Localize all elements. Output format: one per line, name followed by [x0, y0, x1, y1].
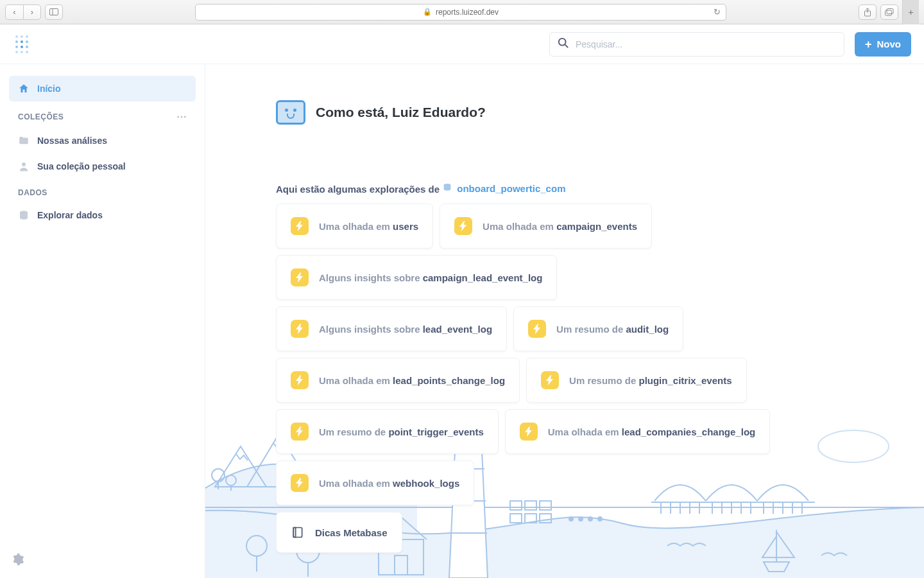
- exploration-card[interactable]: Uma olhada em lead_points_change_log: [276, 358, 520, 403]
- browser-sidebar-button[interactable]: [45, 4, 63, 20]
- browser-url-bar[interactable]: 🔒 reports.luizeof.dev ↻: [195, 4, 726, 21]
- exploration-card[interactable]: Uma olhada em lead_companies_change_log: [505, 409, 770, 454]
- card-label: Uma olhada em campaign_events: [483, 221, 637, 232]
- bolt-icon: [520, 423, 538, 441]
- svg-rect-3: [886, 10, 892, 15]
- card-label: Alguns insights sobre campaign_lead_even…: [319, 272, 542, 283]
- svg-point-5: [15, 35, 18, 38]
- card-prefix: Uma olhada em: [319, 375, 393, 386]
- browser-url-text: reports.luizeof.dev: [436, 8, 499, 17]
- bolt-icon: [291, 217, 309, 235]
- sidebar: Início COLEÇÕES ⋯ Nossas análises Sua co…: [0, 64, 205, 578]
- card-prefix: Uma olhada em: [319, 478, 393, 489]
- sidebar-section-collections: COLEÇÕES ⋯: [9, 101, 196, 128]
- exploration-card[interactable]: Um resumo de audit_log: [513, 306, 683, 351]
- new-button-label: Novo: [877, 39, 902, 49]
- card-label: Um resumo de point_trigger_events: [319, 426, 484, 437]
- reference-icon: [291, 525, 305, 539]
- card-label: Uma olhada em webhook_logs: [319, 478, 459, 489]
- exploration-card[interactable]: Uma olhada em users: [276, 204, 433, 249]
- sidebar-section-label: COLEÇÕES: [18, 112, 64, 121]
- bolt-icon: [291, 423, 309, 441]
- folder-icon: [18, 135, 30, 146]
- card-prefix: Um resumo de: [556, 324, 626, 335]
- browser-share-button[interactable]: [859, 4, 877, 20]
- card-prefix: Uma olhada em: [319, 221, 393, 232]
- svg-line-18: [565, 45, 569, 48]
- exploration-card[interactable]: Um resumo de plugin_citrix_events: [526, 358, 746, 403]
- explore-database-link[interactable]: onboard_powertic_com: [442, 182, 565, 195]
- svg-point-16: [26, 51, 28, 53]
- svg-point-9: [21, 40, 23, 43]
- svg-point-12: [21, 46, 23, 48]
- svg-point-14: [15, 51, 18, 53]
- card-label: Um resumo de plugin_citrix_events: [569, 375, 732, 386]
- svg-point-11: [15, 46, 18, 48]
- metabase-logo[interactable]: [13, 35, 31, 53]
- card-subject: campaign_events: [556, 221, 637, 232]
- svg-point-7: [26, 35, 28, 38]
- bolt-icon: [454, 217, 472, 235]
- sidebar-item-label: Nossas análises: [37, 136, 107, 146]
- svg-point-19: [22, 162, 26, 166]
- browser-new-tab-button[interactable]: +: [902, 0, 919, 24]
- person-icon: [18, 161, 30, 172]
- sidebar-section-label: DADOS: [18, 188, 47, 197]
- browser-back-button[interactable]: ‹: [5, 4, 23, 20]
- browser-forward-button[interactable]: ›: [23, 4, 41, 20]
- database-icon: [442, 182, 452, 195]
- database-name: onboard_powertic_com: [457, 183, 565, 194]
- exploration-card[interactable]: Um resumo de point_trigger_events: [276, 409, 499, 454]
- svg-rect-0: [50, 9, 58, 15]
- search-box[interactable]: [549, 32, 844, 57]
- reload-icon[interactable]: ↻: [714, 7, 721, 17]
- browser-toolbar: ‹ › 🔒 reports.luizeof.dev ↻ +: [0, 0, 924, 24]
- collections-menu-icon[interactable]: ⋯: [176, 110, 187, 123]
- sidebar-item-explore-data[interactable]: Explorar dados: [9, 202, 196, 228]
- sidebar-item-personal[interactable]: Sua coleção pessoal: [9, 153, 196, 179]
- svg-rect-4: [887, 8, 893, 13]
- sidebar-item-label: Sua coleção pessoal: [37, 161, 126, 171]
- svg-rect-30: [395, 556, 407, 575]
- svg-rect-65: [293, 528, 295, 538]
- card-subject: users: [393, 221, 418, 232]
- card-subject: lead_event_log: [423, 324, 492, 335]
- search-input[interactable]: [576, 39, 836, 49]
- sidebar-item-label: Explorar dados: [37, 210, 103, 220]
- browser-tabs-button[interactable]: [880, 4, 898, 20]
- sidebar-item-our-analytics[interactable]: Nossas análises: [9, 128, 196, 153]
- svg-point-17: [559, 39, 566, 46]
- explore-heading: Aqui estão algumas explorações de onboar…: [276, 182, 924, 195]
- exploration-card[interactable]: Alguns insights sobre campaign_lead_even…: [276, 255, 557, 300]
- svg-point-8: [15, 40, 18, 43]
- bolt-icon: [291, 320, 309, 338]
- card-subject: plugin_citrix_events: [638, 375, 732, 386]
- plus-icon: +: [865, 39, 872, 50]
- lock-icon: 🔒: [423, 8, 432, 16]
- new-button[interactable]: + Novo: [855, 32, 911, 57]
- sidebar-section-data: DADOS: [9, 179, 196, 202]
- explore-prefix: Aqui estão algumas explorações de: [276, 184, 440, 195]
- exploration-cards: Uma olhada em usersUma olhada em campaig…: [276, 204, 776, 505]
- home-icon: [18, 83, 30, 94]
- card-subject: campaign_lead_event_log: [423, 272, 543, 283]
- card-label: Uma olhada em lead_companies_change_log: [548, 426, 755, 437]
- svg-point-15: [21, 51, 23, 53]
- exploration-card[interactable]: Alguns insights sobre lead_event_log: [276, 306, 507, 351]
- card-label: Alguns insights sobre lead_event_log: [319, 324, 492, 335]
- greeting-text: Como está, Luiz Eduardo?: [316, 105, 486, 120]
- sidebar-item-home[interactable]: Início: [9, 76, 196, 101]
- bolt-icon: [541, 371, 559, 389]
- svg-point-10: [26, 40, 28, 43]
- search-icon: [558, 37, 569, 51]
- metabot-icon: [276, 100, 305, 125]
- settings-gear-icon[interactable]: [12, 553, 24, 569]
- exploration-card[interactable]: Uma olhada em webhook_logs: [276, 460, 474, 505]
- database-icon: [18, 209, 30, 221]
- card-prefix: Uma olhada em: [483, 221, 556, 232]
- card-prefix: Alguns insights sobre: [319, 272, 423, 283]
- tips-card[interactable]: Dicas Metabase: [276, 512, 402, 553]
- bolt-icon: [291, 371, 309, 389]
- exploration-card[interactable]: Uma olhada em campaign_events: [440, 204, 652, 249]
- card-prefix: Uma olhada em: [548, 426, 622, 437]
